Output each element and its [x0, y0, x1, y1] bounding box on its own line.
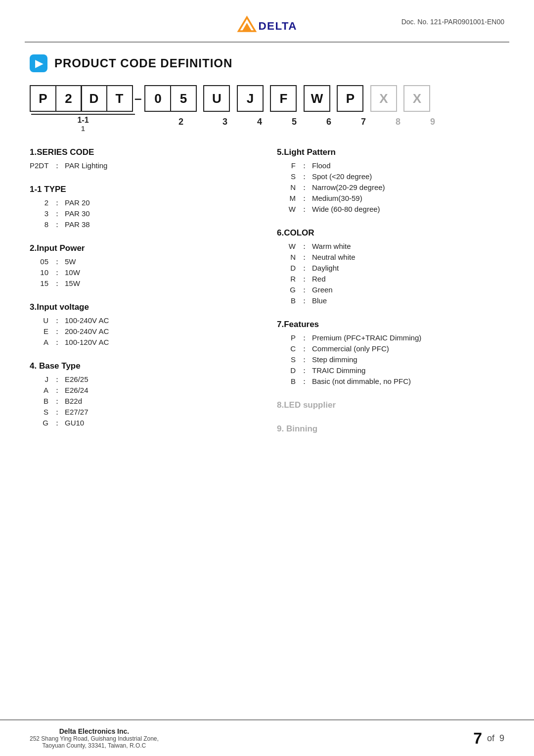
box-W: W — [304, 85, 330, 112]
section-icon-symbol: ▶ — [35, 57, 43, 69]
box-2: 2 — [55, 85, 82, 112]
base-item-0: J ： E26/25 — [30, 375, 257, 384]
color-val-2: Daylight — [312, 264, 339, 272]
feat-val-2: Step dimming — [312, 355, 357, 364]
feat-colon-1: ： — [301, 344, 308, 354]
header: DELTA Doc. No. 121-PAR0901001-EN00 — [0, 0, 534, 42]
section-input-power: 2.Input Power 05 ： 5W 10 ： 10W 15 ： 15W — [30, 243, 257, 288]
page-current: 7 — [473, 729, 482, 748]
footer-address-1: 252 Shang Ying Road, Guishang Industrial… — [30, 735, 159, 742]
label-group4: 4 — [242, 114, 277, 127]
voltage-colon-0: ： — [53, 316, 61, 326]
color-item-3: R ： Red — [277, 275, 504, 284]
base-val-0: E26/25 — [65, 375, 89, 383]
color-colon-4: ： — [301, 285, 308, 295]
power-val-0: 5W — [65, 257, 76, 266]
label-4: 4 — [257, 117, 262, 127]
section-input-voltage: 3.Input voltage U ： 100-240V AC E ： 200-… — [30, 302, 257, 347]
color-key-3: R — [277, 275, 301, 283]
voltage-val-1: 200-240V AC — [65, 327, 109, 335]
label-group3: 3 — [208, 114, 242, 127]
feat-key-3: D — [277, 366, 301, 375]
voltage-key-2: A — [30, 338, 53, 346]
type-key-0: 2 — [30, 198, 53, 207]
series-code-colon-0: ： — [53, 161, 61, 171]
color-item-4: G ： Green — [277, 285, 504, 295]
power-colon-2: ： — [53, 279, 61, 288]
footer-company-info: Delta Electronics Inc. 252 Shang Ying Ro… — [30, 727, 159, 749]
power-colon-0: ： — [53, 257, 61, 267]
section-base-type: 4. Base Type J ： E26/25 A ： E26/24 B ： B… — [30, 361, 257, 428]
lp-item-3: M ： Medium(30-59) — [277, 194, 504, 203]
led-supplier-title: 8.LED supplier — [277, 400, 504, 410]
footer-pagination: 7 of 9 — [473, 729, 504, 748]
feat-key-2: S — [277, 355, 301, 364]
color-item-0: W ： Warm white — [277, 242, 504, 251]
color-colon-2: ： — [301, 264, 308, 273]
group2-boxes: 0 5 — [144, 85, 195, 112]
color-key-4: G — [277, 285, 301, 294]
label-1-1: 1-1 — [77, 116, 89, 125]
voltage-val-2: 100-120V AC — [65, 338, 109, 346]
section-color: 6.COLOR W ： Warm white N ： Neutral white… — [277, 228, 504, 306]
features-title: 7.Features — [277, 320, 504, 330]
box-5: 5 — [170, 85, 197, 112]
label-2: 2 — [178, 117, 183, 127]
power-item-1: 10 ： 10W — [30, 268, 257, 278]
color-val-3: Red — [312, 275, 326, 283]
label-7: 7 — [361, 117, 366, 127]
feat-colon-4: ： — [301, 377, 308, 386]
box-X1: X — [370, 85, 397, 112]
type-colon-2: ： — [53, 220, 61, 230]
color-colon-0: ： — [301, 242, 308, 251]
voltage-item-0: U ： 100-240V AC — [30, 316, 257, 326]
feat-key-1: C — [277, 344, 301, 353]
type-val-1: PAR 30 — [65, 209, 90, 218]
label-6: 6 — [326, 117, 331, 127]
light-pattern-title: 5.Light Pattern — [277, 147, 504, 157]
footer-address-2: Taoyuan County, 33341, Taiwan, R.O.C — [30, 742, 159, 749]
series-code-key-0: P2DT — [30, 161, 53, 170]
color-val-0: Warm white — [312, 242, 351, 250]
base-item-1: A ： E26/24 — [30, 386, 257, 395]
code-boxes-row: P 2 D T – 0 5 U J F W P X — [30, 85, 504, 112]
section-series-code: 1.SERIES CODE P2DT ： PAR Lighting — [30, 147, 257, 171]
power-item-0: 05 ： 5W — [30, 257, 257, 267]
color-key-1: N — [277, 253, 301, 261]
footer: Delta Electronics Inc. 252 Shang Ying Ro… — [0, 719, 534, 756]
color-item-1: N ： Neutral white — [277, 253, 504, 262]
lp-colon-3: ： — [301, 194, 308, 203]
feat-colon-3: ： — [301, 366, 308, 376]
label-group6: 6 — [312, 114, 346, 127]
voltage-key-1: E — [30, 327, 53, 335]
base-type-title: 4. Base Type — [30, 361, 257, 371]
binning-title: 9. Binning — [277, 424, 504, 434]
main-content: 1.SERIES CODE P2DT ： PAR Lighting 1-1 TY… — [0, 142, 534, 458]
lp-key-0: F — [277, 161, 301, 170]
base-colon-3: ： — [53, 408, 61, 417]
feat-val-0: Premium (PFC+TRAIC Dimming) — [312, 333, 421, 342]
color-key-5: B — [277, 296, 301, 305]
base-colon-4: ： — [53, 419, 61, 428]
lp-colon-2: ： — [301, 183, 308, 192]
box-U: U — [203, 85, 230, 112]
color-colon-1: ： — [301, 253, 308, 262]
footer-company-name: Delta Electronics Inc. — [30, 727, 159, 735]
box-X2: X — [403, 85, 430, 112]
label-group1: 1-1 1 — [30, 114, 136, 133]
base-colon-1: ： — [53, 386, 61, 395]
separator: – — [134, 85, 141, 112]
label-group7: 7 — [346, 114, 381, 127]
type-val-2: PAR 38 — [65, 220, 90, 229]
box-J: J — [237, 85, 264, 112]
color-colon-3: ： — [301, 275, 308, 284]
lp-key-2: N — [277, 183, 301, 191]
lp-colon-1: ： — [301, 172, 308, 182]
voltage-val-0: 100-240V AC — [65, 316, 109, 325]
voltage-item-1: E ： 200-240V AC — [30, 327, 257, 336]
base-item-2: B ： B22d — [30, 397, 257, 406]
feat-item-1: C ： Commercial (only PFC) — [277, 344, 504, 354]
base-colon-0: ： — [53, 375, 61, 384]
feat-item-2: S ： Step dimming — [277, 355, 504, 365]
labels-row: 1-1 1 2 3 4 5 6 7 8 — [30, 114, 504, 133]
